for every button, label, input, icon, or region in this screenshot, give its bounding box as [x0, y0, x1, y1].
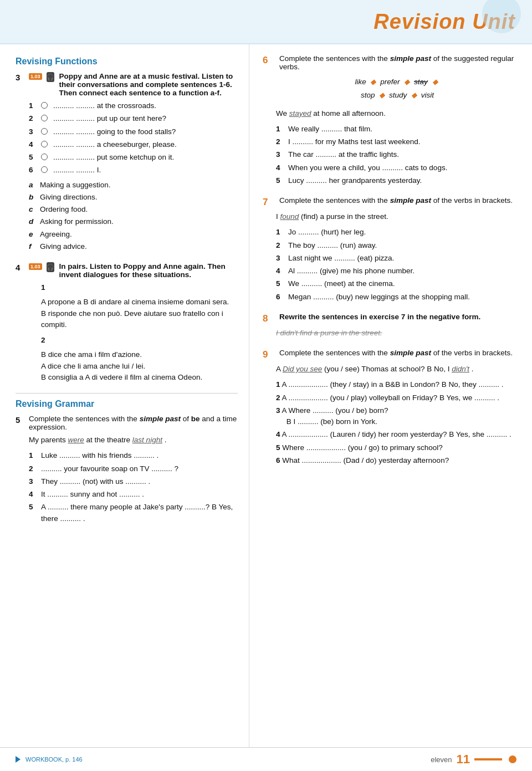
exercise-9: 9 Complete the sentences with the simple… [263, 349, 519, 466]
radio-4 [41, 141, 48, 147]
circle-dot-decoration [509, 755, 516, 763]
ex9-num: 9 [263, 349, 273, 360]
content-area: Revising Functions 3 1.03 🎧 Poppy and An… [0, 44, 532, 747]
ex6-example: We stayed at home all afternoon. [276, 108, 519, 119]
radio-3 [41, 128, 48, 135]
list-item: 6Megan .......... (buy) new leggings at … [276, 292, 519, 303]
footer: WORKBOOK, p. 146 eleven 11 [0, 747, 532, 771]
play-icon [16, 756, 21, 763]
exercise-9-header: 9 Complete the sentences with the simple… [263, 349, 519, 360]
exercise-6-header: 6 Complete the sentences with the simple… [263, 54, 519, 71]
right-column: 6 Complete the sentences with the simple… [249, 44, 532, 747]
ex4-instructions: In pairs. Listen to Poppy and Anne again… [59, 262, 238, 279]
section-revising-functions: Revising Functions [16, 57, 238, 67]
list-item: 2The boy .......... (run) away. [276, 240, 519, 251]
ex6-verb-box: like ◆ prefer ◆ stay ◆stop ◆ study ◆ vis… [276, 75, 519, 103]
list-item: 4 A ................... (Lauren / tidy) … [276, 429, 519, 440]
list-item: 5A .......... there many people at Jake'… [29, 502, 238, 524]
mic-icon-3: 🎧 [47, 72, 54, 82]
list-item: cOrdering food. [29, 204, 238, 215]
ex5-example: My parents were at the theatre last nigh… [29, 435, 238, 446]
ex6-body: like ◆ prefer ◆ stay ◆stop ◆ study ◆ vis… [276, 75, 519, 186]
exercise-5: 5 Complete the sentences with the simple… [16, 415, 238, 524]
left-column: Revising Functions 3 1.03 🎧 Poppy and An… [0, 44, 249, 747]
ex6-example-answer: stayed [289, 109, 311, 118]
header: Revision Unit [0, 0, 532, 44]
ex9-example-answer1: Did you see [283, 365, 322, 373]
list-item: 2I .......... for my Maths test last wee… [276, 136, 519, 147]
list-item: 1 A propone a B di andare al cinema insi… [29, 282, 238, 330]
audio-badge-3: 1.03 [29, 73, 42, 80]
list-item: 5 Where ................... (you / go) t… [276, 442, 519, 453]
footer-workbook-link[interactable]: WORKBOOK, p. 146 [16, 756, 83, 763]
ex4-body: 1 A propone a B di andare al cinema insi… [29, 282, 238, 383]
list-item: 4.......... ......... a cheeseburger, pl… [29, 139, 238, 150]
list-item: 1We really .......... that film. [276, 124, 519, 135]
stay-word: stay [414, 78, 428, 86]
list-item: 5Lucy .......... her grandparents yester… [276, 175, 519, 186]
list-item: 2 A ................... (you / play) vol… [276, 392, 519, 404]
exercise-3: 3 1.03 🎧 Poppy and Anne are at a music f… [16, 72, 238, 252]
exercise-7-header: 7 Complete the sentences with the simple… [263, 196, 519, 208]
radio-1 [41, 102, 48, 109]
ex8-example: I didn't find a purse in the street. [276, 328, 519, 339]
workbook-label: WORKBOOK, p. 146 [25, 756, 83, 763]
ex5-example-answer2: last night [132, 436, 162, 444]
exercise-8-header: 8 Rewrite the sentences in exercise 7 in… [263, 313, 519, 324]
ex5-body: My parents were at the theatre last nigh… [29, 435, 238, 524]
ex5-instructions: Complete the sentences with the simple p… [29, 415, 238, 431]
ex7-example: I found (find) a purse in the street. [276, 211, 519, 222]
exercise-6: 6 Complete the sentences with the simple… [263, 54, 519, 186]
list-item: 1.......... ......... at the crossroads. [29, 100, 238, 111]
list-item: fGiving advice. [29, 241, 238, 252]
exercise-5-header: 5 Complete the sentences with the simple… [16, 415, 238, 431]
ex7-example-answer: found [280, 212, 299, 221]
ex3-instructions: Poppy and Anne are at a music festival. … [59, 72, 238, 97]
ex5-example-answer1: were [68, 436, 84, 444]
radio-2 [41, 115, 48, 121]
ex3-list: 1.......... ......... at the crossroads.… [29, 100, 238, 176]
exercise-4: 4 1.03 🎧 In pairs. Listen to Poppy and A… [16, 262, 238, 383]
page-word: eleven [431, 755, 452, 764]
ex4-num: 4 [16, 263, 25, 272]
list-item: 3.......... ......... going to the food … [29, 126, 238, 137]
radio-6 [41, 166, 48, 173]
ex3-num: 3 [16, 73, 25, 82]
ex9-list: 1 A ................... (they / stay) in… [276, 379, 519, 466]
list-item: dAsking for permission. [29, 216, 238, 227]
list-item: 1Luke .......... with his friends ......… [29, 450, 238, 461]
list-item: 2 B dice che ama i film d'azione.A dice … [29, 335, 238, 383]
list-item: 2.......... ......... put up our tent he… [29, 113, 238, 124]
list-item: 1 A ................... (they / stay) in… [276, 379, 519, 390]
ex7-body: I found (find) a purse in the street. 1J… [276, 211, 519, 303]
ex7-list: 1Jo .......... (hurt) her leg. 2The boy … [276, 227, 519, 303]
list-item: 4It .......... sunny and hot .......... … [29, 489, 238, 500]
ex7-instructions: Complete the sentences with the simple p… [279, 196, 513, 205]
footer-page-number: eleven 11 [431, 752, 516, 767]
ex8-instructions: Rewrite the sentences in exercise 7 in t… [279, 313, 480, 321]
ex7-num: 7 [263, 197, 273, 208]
section-revising-grammar: Revising Grammar [16, 399, 238, 409]
list-item: 3 A Where .......... (you / be) born? B … [276, 405, 519, 428]
ex9-body: A Did you see (you / see) Thomas at scho… [276, 364, 519, 466]
radio-5 [41, 154, 48, 160]
ex9-example-answer2: didn't [452, 365, 469, 373]
ex8-num: 8 [263, 313, 273, 324]
ex6-num: 6 [263, 55, 273, 66]
ex5-num: 5 [16, 415, 25, 425]
list-item: 4Al .......... (give) me his phone numbe… [276, 265, 519, 277]
list-item: 3Last night we .......... (eat) pizza. [276, 253, 519, 264]
list-item: eAgreeing. [29, 229, 238, 240]
mic-icon-4: 🎧 [47, 262, 54, 272]
list-item: 1Jo .......... (hurt) her leg. [276, 227, 519, 238]
ex9-instructions: Complete the sentences with the simple p… [279, 349, 513, 357]
ex3-body: 1.......... ......... at the crossroads.… [29, 100, 238, 252]
page-line-decoration [474, 758, 502, 760]
list-item: 5.......... ......... put some ketchup o… [29, 152, 238, 163]
exercise-7: 7 Complete the sentences with the simple… [263, 196, 519, 303]
list-item: 3They .......... (not) with us .........… [29, 476, 238, 487]
ex8-body: I didn't find a purse in the street. [276, 328, 519, 339]
ex6-list: 1We really .......... that film. 2I ....… [276, 124, 519, 186]
exercise-8: 8 Rewrite the sentences in exercise 7 in… [263, 313, 519, 339]
list-item: 6.......... ......... I. [29, 165, 238, 176]
